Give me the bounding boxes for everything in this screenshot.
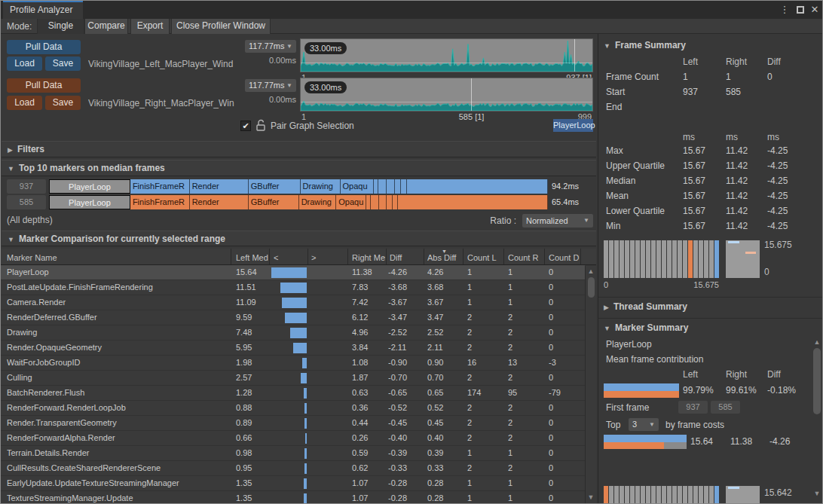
histogram-bar (620, 486, 624, 504)
top10-segment[interactable] (387, 179, 395, 194)
top10-segment[interactable] (379, 195, 387, 209)
table-row-Culling[interactable]: Culling2.571.87-0.700.70220 (1, 371, 585, 386)
cell: 7.83 (352, 283, 388, 292)
cell: -2.11 (388, 343, 424, 352)
tab-profile-analyzer[interactable]: Profile Analyzer (3, 1, 83, 19)
maximize-icon[interactable] (797, 6, 804, 14)
top10-segment-finishframer[interactable]: FinishFrameR (130, 195, 190, 209)
filters-section-header[interactable]: ▶Filters (2, 141, 596, 157)
pair-graph-selection-checkbox[interactable]: ✔ (240, 121, 251, 131)
top10-segment[interactable] (378, 179, 387, 194)
save-left-button[interactable]: Save (45, 57, 81, 71)
table-row-WaitForJobGroupID[interactable]: WaitForJobGroupID1.981.08-0.900.901613-3 (1, 356, 585, 371)
frame-time-graph-left[interactable]: 33.00ms (300, 38, 593, 72)
top10-segment-opaqu[interactable]: Opaqu (341, 179, 374, 194)
top10-segment-render[interactable]: Render (190, 195, 249, 209)
frame-number-left[interactable]: 937 (7, 179, 46, 194)
top10-segment[interactable] (401, 179, 406, 194)
table-row-PlayerLoop[interactable]: PlayerLoop15.6411.38-4.264.26110 (1, 265, 585, 280)
frame-time-graph-right[interactable]: 33.00ms (300, 78, 593, 111)
save-right-button[interactable]: Save (45, 96, 81, 110)
column-header--[interactable]: > (311, 253, 341, 262)
scroll-down-icon[interactable]: ▼ (586, 493, 595, 501)
table-row-CullResults.CreateSharedRendererScene[interactable]: CullResults.CreateSharedRendererScene0.9… (1, 461, 585, 476)
marker-summary-scrollbar-thumb[interactable] (813, 348, 821, 414)
column-header-left-med[interactable]: Left Med (236, 253, 269, 262)
table-row-RenderForwardAlpha.Render[interactable]: RenderForwardAlpha.Render0.660.26-0.400.… (1, 431, 585, 446)
load-left-button[interactable]: Load (7, 57, 42, 71)
ratio-dropdown[interactable]: Normalized▼ (522, 214, 593, 228)
top10-segment-drawing[interactable]: Drawing (299, 195, 337, 209)
top10-segment-playerloop[interactable]: PlayerLoop (49, 195, 130, 209)
column-header-diff[interactable]: Diff (390, 253, 423, 262)
right-range-dropdown[interactable]: 117.77ms▼ (245, 79, 296, 92)
scroll-up-icon[interactable]: ▲ (586, 267, 595, 275)
table-scrollbar-thumb[interactable] (588, 277, 595, 298)
mode-single-button[interactable]: Single (37, 19, 84, 34)
table-row-Drawing[interactable]: Drawing7.484.96-2.522.52220 (1, 325, 585, 341)
table-row-Terrain.Details.Render[interactable]: Terrain.Details.Render0.980.59-0.390.391… (1, 446, 585, 461)
column-header-abs-diff[interactable]: Abs Diff (427, 253, 462, 262)
first-frame-right-button[interactable]: 585 (711, 401, 740, 414)
table-scrollbar[interactable]: ▲ ▼ (585, 266, 596, 504)
unlock-icon[interactable] (255, 119, 266, 132)
comparison-section-header[interactable]: ▼Marker Comparison for currently selecte… (2, 231, 596, 246)
marker-bar-right[interactable]: PlayerLoopFinishFrameRRenderGBufferDrawi… (49, 195, 548, 209)
column-header-count-r[interactable]: Count R (508, 253, 543, 262)
close-profiler-window-button[interactable]: Close Profiler Window (171, 19, 271, 34)
pull-data-left-button[interactable]: Pull Data (7, 40, 81, 54)
column-header--[interactable]: < (274, 253, 304, 262)
cell: 0 (549, 298, 582, 307)
frame-summary-boxplot[interactable] (726, 240, 760, 278)
column-header-count-d[interactable]: Count D (549, 253, 580, 262)
table-row-RenderDeferred.GBuffer[interactable]: RenderDeferred.GBuffer9.596.12-3.473.472… (1, 310, 585, 325)
table-row-EarlyUpdate.UpdateTextureStreamingManager[interactable]: EarlyUpdate.UpdateTextureStreamingManage… (1, 476, 585, 491)
top10-segment-render[interactable]: Render (190, 179, 249, 194)
top-n-dropdown[interactable]: 3▼ (629, 418, 659, 431)
top10-segment[interactable] (387, 195, 393, 209)
close-icon[interactable]: ✕ (809, 4, 821, 16)
top10-segment-gbuffer[interactable]: GBuffer (249, 179, 301, 194)
marker-summary-boxplot[interactable] (726, 486, 760, 503)
top10-segment[interactable] (398, 195, 548, 209)
top10-segment[interactable] (395, 179, 402, 194)
histogram-bar (646, 240, 650, 278)
selected-marker-chip[interactable]: PlayerLoop (553, 119, 593, 132)
table-row-Render.OpaqueGeometry[interactable]: Render.OpaqueGeometry5.953.84-2.112.1122… (1, 341, 585, 356)
table-row-PostLateUpdate.FinishFrameRendering[interactable]: PostLateUpdate.FinishFrameRendering11.51… (1, 280, 585, 295)
scroll-down-icon[interactable]: ▼ (812, 490, 821, 497)
load-right-button[interactable]: Load (7, 96, 42, 110)
thread-summary-header[interactable]: ▶Thread Summary (604, 301, 687, 312)
column-header-count-l[interactable]: Count L (467, 253, 502, 262)
table-row-RenderForward.RenderLoopJob[interactable]: RenderForward.RenderLoopJob0.880.36-0.52… (1, 401, 585, 416)
top10-segment-opaqu[interactable]: Opaqu (336, 195, 366, 209)
mode-compare-button[interactable]: Compare (84, 19, 128, 34)
kebab-menu-icon[interactable]: ⋮ (779, 4, 791, 16)
top10-segment[interactable] (393, 195, 398, 209)
marker-summary-header[interactable]: ▼Marker Summary (604, 322, 688, 333)
table-row-TextureStreamingManager.Update[interactable]: TextureStreamingManager.Update1.351.07-0… (1, 491, 585, 504)
table-row-BatchRenderer.Flush[interactable]: BatchRenderer.Flush1.280.63-0.650.651749… (1, 386, 585, 401)
table-row-Camera.Render[interactable]: Camera.Render11.097.42-3.673.67110 (1, 295, 585, 310)
scroll-up-icon[interactable]: ▲ (812, 338, 821, 346)
column-header-right-med[interactable]: Right Med (352, 253, 385, 262)
top10-segment[interactable] (371, 195, 379, 209)
frame-summary-header[interactable]: ▼Frame Summary (604, 40, 686, 50)
column-separator (544, 249, 545, 264)
top10-section-header[interactable]: ▼Top 10 markers on median frames (2, 160, 596, 176)
export-button[interactable]: Export (130, 19, 170, 34)
top10-segment-drawing[interactable]: Drawing (301, 179, 341, 194)
first-frame-left-button[interactable]: 937 (678, 401, 708, 414)
frame-summary-histogram[interactable] (604, 240, 719, 278)
pull-data-right-button[interactable]: Pull Data (7, 78, 81, 93)
marker-summary-histogram[interactable] (604, 486, 719, 504)
top10-segment-finishframer[interactable]: FinishFrameR (130, 179, 190, 194)
top10-segment-gbuffer[interactable]: GBuffer (249, 195, 299, 209)
top10-segment[interactable] (407, 179, 548, 194)
table-row-Render.TransparentGeometry[interactable]: Render.TransparentGeometry0.890.44-0.450… (1, 416, 585, 431)
left-range-dropdown[interactable]: 117.77ms▼ (245, 40, 296, 53)
top10-segment-playerloop[interactable]: PlayerLoop (49, 179, 130, 194)
marker-bar-left[interactable]: PlayerLoopFinishFrameRRenderGBufferDrawi… (49, 179, 548, 194)
frame-number-right[interactable]: 585 (7, 195, 46, 209)
column-header-marker-name[interactable]: Marker Name (7, 253, 231, 262)
